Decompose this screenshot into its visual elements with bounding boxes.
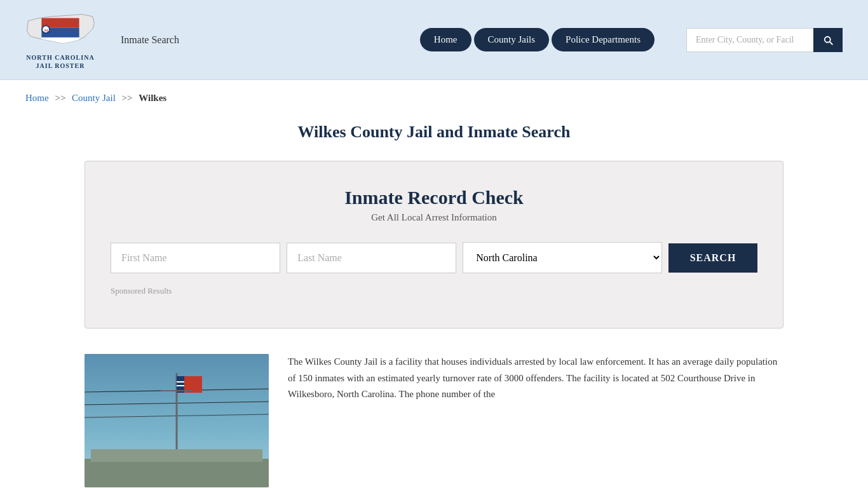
- header-search-input[interactable]: [686, 28, 813, 52]
- facility-image-svg: [85, 354, 269, 487]
- inmate-search-link[interactable]: Inmate Search: [121, 34, 179, 46]
- header-search-bar: [686, 28, 843, 52]
- sponsored-text: Sponsored Results: [111, 286, 757, 296]
- facility-description: The Wilkes County Jail is a facility tha…: [288, 354, 783, 403]
- breadcrumb-county-jail-link[interactable]: County Jail: [72, 93, 116, 103]
- svg-rect-19: [91, 449, 262, 462]
- record-search-button[interactable]: SEARCH: [668, 243, 757, 273]
- site-header: NC NORTH CAROLINAJAIL ROSTER Inmate Sear…: [0, 0, 868, 80]
- breadcrumb-current: Wilkes: [139, 93, 166, 103]
- nc-state-icon: NC: [25, 10, 95, 51]
- breadcrumb-area: Home >> County Jail >> Wilkes: [0, 80, 868, 110]
- svg-rect-15: [177, 381, 184, 383]
- nav-county-jails-button[interactable]: County Jails: [474, 28, 550, 51]
- breadcrumb: Home >> County Jail >> Wilkes: [25, 93, 843, 104]
- site-logo-link[interactable]: NC NORTH CAROLINAJAIL ROSTER: [25, 10, 95, 70]
- logo-text: NORTH CAROLINAJAIL ROSTER: [26, 53, 94, 70]
- record-check-form: North Carolina Alabama Alaska Arizona Ar…: [111, 242, 757, 273]
- record-check-box: Inmate Record Check Get All Local Arrest…: [85, 161, 783, 329]
- svg-rect-16: [177, 385, 184, 386]
- breadcrumb-sep-1: >>: [55, 93, 65, 103]
- header-search-button[interactable]: [813, 28, 843, 52]
- description-text: The Wilkes County Jail is a facility tha…: [288, 354, 783, 403]
- last-name-input[interactable]: [287, 243, 456, 273]
- page-title-area: Wilkes County Jail and Inmate Search: [0, 110, 868, 161]
- main-navigation: Home County Jails Police Departments: [420, 28, 654, 51]
- breadcrumb-sep-2: >>: [122, 93, 133, 103]
- record-check-title: Inmate Record Check: [111, 187, 757, 208]
- page-title: Wilkes County Jail and Inmate Search: [25, 123, 843, 142]
- main-content: Inmate Record Check Get All Local Arrest…: [0, 161, 868, 488]
- state-select[interactable]: North Carolina Alabama Alaska Arizona Ar…: [463, 242, 662, 273]
- svg-rect-18: [85, 459, 269, 487]
- search-icon: [822, 34, 834, 46]
- svg-text:NC: NC: [44, 29, 50, 32]
- nav-home-button[interactable]: Home: [420, 28, 471, 51]
- record-check-subtitle: Get All Local Arrest Information: [111, 212, 757, 223]
- breadcrumb-home-link[interactable]: Home: [25, 93, 49, 103]
- first-name-input[interactable]: [111, 243, 280, 273]
- nav-police-departments-button[interactable]: Police Departments: [552, 28, 654, 51]
- facility-image: [85, 354, 269, 487]
- bottom-section: The Wilkes County Jail is a facility tha…: [85, 354, 783, 487]
